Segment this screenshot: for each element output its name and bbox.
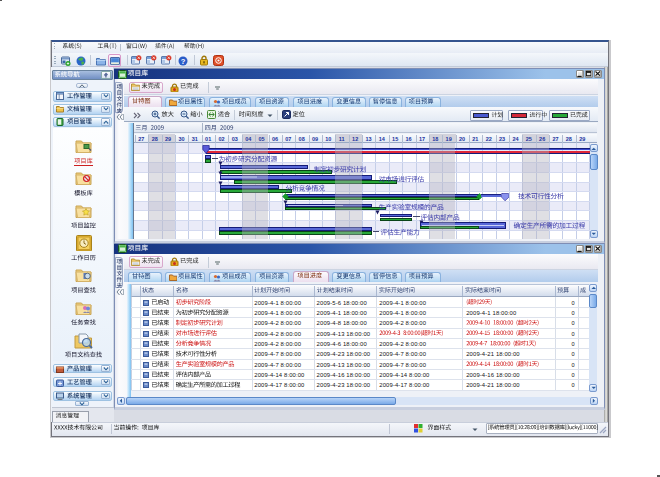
svg-text:?: ?	[181, 56, 186, 65]
